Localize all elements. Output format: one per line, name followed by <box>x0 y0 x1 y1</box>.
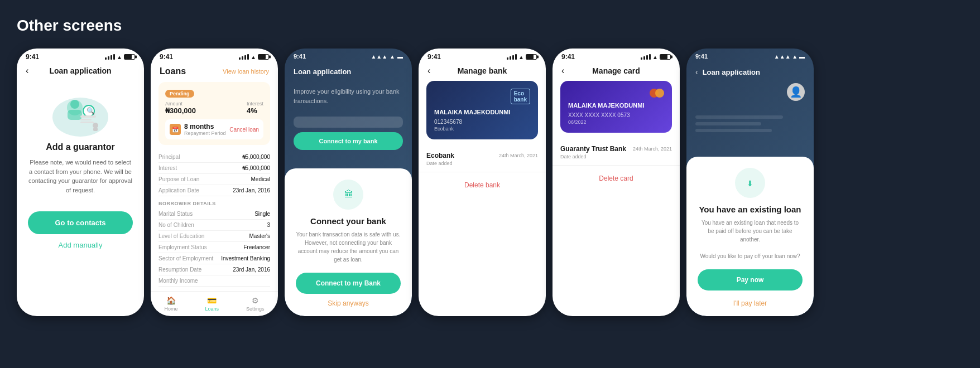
connect-bank-button[interactable]: Connect to my Bank <box>296 273 401 294</box>
svg-point-2 <box>70 100 79 109</box>
app-date-label: Application Date <box>158 187 199 193</box>
pay-later-link[interactable]: I'll pay later <box>698 299 803 307</box>
illustration-svg: 🔍 <box>50 86 111 137</box>
add-manually-link[interactable]: Add manually <box>28 241 133 249</box>
nav-settings[interactable]: ⚙ Settings <box>246 296 265 312</box>
bg-connect-btn: Connect to my bank <box>294 132 403 150</box>
svg-rect-7 <box>80 119 92 120</box>
card-date: 24th March, 2021 <box>633 146 672 152</box>
detail-row-education: Level of Education Master's <box>158 231 270 242</box>
bg-title: Loan application <box>285 62 412 81</box>
card-number: XXXX XXXX XXXX 0573 <box>568 112 664 118</box>
repay-left: 📅 8 months Repayment Period <box>170 123 226 136</box>
screen-manage-card: 9:41 ▲ ‹ Manage card <box>553 49 680 316</box>
calendar-icon: 📅 <box>170 124 181 135</box>
existing-loan-desc: You have an existing loan that needs to … <box>698 219 803 260</box>
svg-text:🔍: 🔍 <box>87 106 95 115</box>
employment-label: Employment Status <box>158 244 207 250</box>
repayment-row: 📅 8 months Repayment Period Cancel loan <box>165 119 263 139</box>
svg-rect-3 <box>68 110 82 120</box>
delete-card-link[interactable]: Delete card <box>553 166 680 187</box>
card-bank-info: Guaranty Trust Bank Date added <box>560 145 626 159</box>
back-button-5[interactable]: ‹ <box>561 66 564 76</box>
existing-icon-wrap: ⬇ <box>735 168 765 198</box>
education-label: Level of Education <box>158 233 204 239</box>
svg-rect-10 <box>93 128 98 131</box>
avatar: 👤 <box>787 83 805 101</box>
settings-icon: ⚙ <box>252 296 259 305</box>
card-name: MALAIKA MAJEKODUNMI <box>568 102 664 109</box>
wifi-icon-2: ▲ <box>251 54 256 60</box>
bank-card: Ecobank MALAIKA MAJEKODUNMI 012345678 Ec… <box>426 81 538 139</box>
pay-now-button[interactable]: Pay now <box>698 269 803 290</box>
time-3: 9:41 <box>294 53 306 60</box>
status-bar-6: 9:41 ▲▲▲ ▲ ▬ <box>686 49 814 62</box>
cancel-loan-link[interactable]: Cancel loan <box>229 127 259 133</box>
page-title: Other screens <box>17 17 963 35</box>
card-bank-name: Guaranty Trust Bank <box>560 145 626 153</box>
skip-anyways-link[interactable]: Skip anyways <box>296 299 401 307</box>
repay-info: 8 months Repayment Period <box>184 123 226 136</box>
repay-period: Repayment Period <box>184 130 226 136</box>
time-4: 9:41 <box>427 53 441 61</box>
income-label: Monthly Income <box>158 278 198 284</box>
mc-orange-circle <box>655 89 664 98</box>
purpose-value: Medical <box>251 176 270 182</box>
back-button-1[interactable]: ‹ <box>26 66 28 76</box>
signal-bars-2 <box>239 54 249 60</box>
bank-info-name: Ecobank <box>426 152 454 159</box>
card-date-label: Date added <box>560 154 626 159</box>
svg-text:🏛: 🏛 <box>344 190 353 199</box>
home-icon: 🏠 <box>166 296 176 305</box>
nav-settings-label: Settings <box>246 306 265 312</box>
screen-manage-bank: 9:41 ▲ ‹ Manage bank Ecobank MALAIKA MAJ… <box>419 49 546 316</box>
nav-loans[interactable]: 💳 Loans <box>205 296 219 312</box>
connect-bank-modal: 🏛 Connect your bank Your bank transactio… <box>285 168 412 316</box>
principal-label: Principal <box>158 154 180 160</box>
signal-bars-1 <box>105 54 115 60</box>
bar4 <box>113 54 115 60</box>
app-date-value: 23rd Jan, 2016 <box>233 187 270 193</box>
card-date-right: 24th March, 2021 <box>633 145 672 152</box>
sector-label: Sector of Employment <box>158 255 213 262</box>
wifi-icon-1: ▲ <box>117 54 122 60</box>
bar3 <box>111 55 112 60</box>
existing-loan-modal: ⬇ You have an existing loan You have an … <box>686 157 814 316</box>
delete-bank-link[interactable]: Delete bank <box>419 172 546 193</box>
go-to-contacts-button[interactable]: Go to contacts <box>28 211 133 234</box>
back-button-4[interactable]: ‹ <box>427 66 430 76</box>
bank-card-logo: Ecobank <box>434 89 530 104</box>
detail-row-purpose: Purpose of Loan Medical <box>158 174 270 185</box>
screen4-title: Manage bank <box>458 66 507 75</box>
battery-icon-1 <box>124 54 135 60</box>
status-icons-6: ▲▲▲ ▲ ▬ <box>774 54 805 60</box>
detail-row-marital: Marital Status Single <box>158 209 270 220</box>
status-icons-1: ▲ <box>105 54 135 60</box>
resumption-value: 23rd Jan, 2016 <box>233 267 270 273</box>
svg-rect-6 <box>80 115 96 118</box>
battery-3: ▬ <box>397 54 403 60</box>
screen-connect-bank: 9:41 ▲▲▲ ▲ ▬ Loan application Improve yo… <box>285 49 412 316</box>
wifi-icon-4: ▲ <box>518 54 524 60</box>
status-bar-2: 9:41 ▲ <box>151 49 278 63</box>
screen5-title: Manage card <box>592 66 640 75</box>
time-5: 9:41 <box>561 53 575 61</box>
loan-amount-block: Amount ₦300,000 <box>165 101 196 115</box>
interest-label: Interest <box>247 101 263 106</box>
battery-icon-4 <box>526 54 537 60</box>
screen-loans: 9:41 ▲ Loans View loan history Pending A… <box>151 49 278 316</box>
detail-row-children: No of Children 3 <box>158 220 270 231</box>
screen1-header: ‹ Loan application <box>17 63 144 81</box>
guarantor-title: Add a guarantor <box>28 142 133 152</box>
loans-title: Loans <box>160 66 186 76</box>
view-loan-history-link[interactable]: View loan history <box>223 68 269 75</box>
sector-value: Investment Banking <box>221 255 270 262</box>
connect-title: Connect your bank <box>296 216 401 226</box>
bar1 <box>105 57 107 60</box>
time-6: 9:41 <box>695 53 708 60</box>
bg-subtitle: Improve your eligibility using your bank… <box>285 81 412 111</box>
nav-home[interactable]: 🏠 Home <box>164 296 177 312</box>
ecobank-logo: Ecobank <box>511 89 530 104</box>
bottom-nav: 🏠 Home 💳 Loans ⚙ Settings <box>151 291 278 316</box>
svg-text:⬇: ⬇ <box>747 179 753 188</box>
